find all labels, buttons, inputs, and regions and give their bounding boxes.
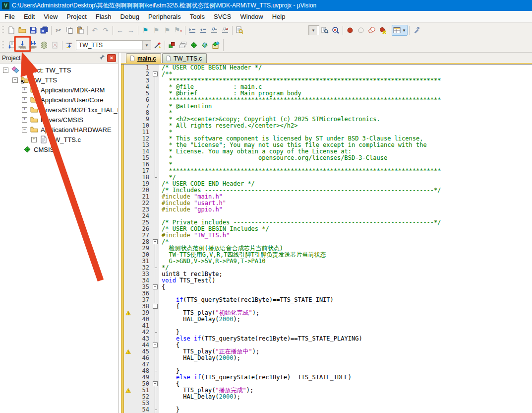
code-line[interactable]: 35−{ <box>124 284 532 290</box>
tree-item-application-mdk-arm[interactable]: +Application/MDK-ARM <box>0 85 118 95</box>
indent-icon[interactable] <box>187 25 198 36</box>
toolbar-drag-handle[interactable] <box>1 26 4 35</box>
menu-item-file[interactable]: File <box>0 11 19 22</box>
menu-item-help[interactable]: Help <box>268 11 290 22</box>
code-line[interactable]: 53 <box>124 400 532 407</box>
window-layout-button[interactable]: ▼ <box>392 25 408 36</box>
stacked-windows-icon[interactable] <box>177 40 188 51</box>
menu-item-tools[interactable]: Tools <box>185 11 209 22</box>
bookmark-next-icon[interactable]: ⚑ <box>162 25 173 36</box>
collapse-icon[interactable]: − <box>22 127 27 133</box>
pin-icon[interactable] <box>99 54 105 62</box>
tree-item-cmsis[interactable]: CMSIS <box>0 144 118 154</box>
redo-icon[interactable]: ↷ <box>100 25 111 36</box>
tree-item-application-hardware[interactable]: −Application/HARDWARE <box>0 125 118 135</box>
bookmark-clear-icon[interactable]: ⚑x <box>173 25 183 36</box>
breakpoint-disable-all-icon[interactable] <box>366 25 377 36</box>
fold-toggle-icon[interactable]: − <box>152 71 159 77</box>
code-line[interactable]: 46 HAL_Delay(2000); <box>124 355 532 361</box>
fold-toggle-icon[interactable]: − <box>152 381 159 387</box>
open-folder-icon[interactable] <box>17 25 28 36</box>
batch-build-icon[interactable] <box>39 40 50 51</box>
paste-icon[interactable] <box>75 25 86 36</box>
nav-back-icon[interactable]: ← <box>115 25 125 36</box>
nav-forward-icon[interactable]: → <box>125 25 136 36</box>
bookmark-icon[interactable]: ⚑ <box>140 25 151 36</box>
code-line[interactable]: 23#include "gpio.h" <box>124 206 532 213</box>
save-all-icon[interactable] <box>39 25 50 36</box>
incremental-find-icon[interactable]: d <box>330 25 341 36</box>
fold-toggle-icon[interactable]: − <box>152 342 159 348</box>
tree-item-drivers-stm32f1xx-hal-driv[interactable]: +Drivers/STM32F1xx_HAL_Driv <box>0 105 118 115</box>
rte-diamond-icon[interactable] <box>188 40 199 51</box>
cut-icon[interactable]: ✂ <box>53 25 64 36</box>
close-panel-button[interactable]: ✕ <box>107 54 116 62</box>
collapse-icon[interactable]: − <box>12 77 18 83</box>
breakpoint-kill-all-icon[interactable] <box>377 25 388 36</box>
tree-item-tw-tts-c[interactable]: +TW_TTS.c <box>0 135 118 144</box>
fold-toggle-icon[interactable]: − <box>152 239 159 245</box>
copy-icon[interactable] <box>64 25 75 36</box>
menu-item-debug[interactable]: Debug <box>116 11 144 22</box>
chevron-down-icon[interactable]: ▼ <box>142 41 151 50</box>
expand-icon[interactable]: + <box>22 117 27 123</box>
code-line[interactable]: 17 *************************************… <box>124 168 532 174</box>
code-line[interactable]: 54 } <box>124 407 532 413</box>
translate-icon[interactable] <box>6 40 17 51</box>
tree-item-tw-tts[interactable]: −TW_TTS <box>0 75 118 85</box>
expand-icon[interactable]: + <box>22 107 27 113</box>
menu-item-project[interactable]: Project <box>62 11 91 22</box>
stop-build-icon[interactable] <box>50 40 60 51</box>
breakpoint-enable-icon[interactable] <box>355 25 366 36</box>
collapse-icon[interactable]: − <box>3 68 8 73</box>
uncomment-icon[interactable] <box>220 25 231 36</box>
code-line[interactable]: 41 <box>124 323 532 329</box>
new-file-icon[interactable] <box>6 25 17 36</box>
tree-item-project-tw-tts[interactable]: −Project: TW_TTS <box>0 65 118 75</box>
find-icon[interactable] <box>319 25 330 36</box>
menu-item-peripherals[interactable]: Peripherals <box>144 11 185 22</box>
code-line[interactable]: 43 else if(TTS_queryState(rec1Byte)==TTS… <box>124 336 532 342</box>
rebuild-icon[interactable] <box>28 40 39 51</box>
menu-item-flash[interactable]: Flash <box>91 11 116 22</box>
expand-icon[interactable]: + <box>22 97 27 103</box>
load-icon[interactable]: LOAD <box>64 40 75 51</box>
options-wand-icon[interactable] <box>152 40 163 51</box>
toolbar-drag-handle[interactable] <box>1 41 4 50</box>
code-line[interactable]: 37 if(TTS_queryState(rec1Byte)==TTS_STAT… <box>124 297 532 303</box>
build-icon[interactable] <box>17 40 28 51</box>
expand-icon[interactable]: + <box>31 137 37 142</box>
find-in-files-icon[interactable] <box>234 25 245 36</box>
tab-main-c[interactable]: main.c <box>126 53 161 63</box>
code-line[interactable]: 27#include "TW_TTS.h" <box>124 232 532 239</box>
fold-toggle-icon[interactable]: − <box>152 303 159 310</box>
code-line[interactable]: 10 * All rights reserved.</center></h2> <box>124 123 532 129</box>
outdent-icon[interactable] <box>198 25 209 36</box>
menu-item-edit[interactable]: Edit <box>19 11 39 22</box>
tab-tw-tts-c[interactable]: TW_TTS.c <box>162 53 207 63</box>
expand-icon[interactable]: + <box>22 87 27 93</box>
components-icon[interactable] <box>167 40 177 51</box>
target-selector-combo[interactable]: TW_TTS▼ <box>76 40 151 50</box>
code-line[interactable]: 47 <box>124 361 532 368</box>
tree-item-application-user-core[interactable]: +Application/User/Core <box>0 95 118 105</box>
save-icon[interactable] <box>28 25 39 36</box>
tree-item-drivers-cmsis[interactable]: +Drivers/CMSIS <box>0 115 118 125</box>
code-line[interactable]: 49 else if(TTS_queryState(rec1Byte)==TTS… <box>124 374 532 381</box>
filter-diamond-icon[interactable] <box>199 40 210 51</box>
search-combo[interactable]: ▼ <box>308 25 319 35</box>
code-line[interactable]: 31 G->GND,V->5V,R->PA9,T->PA10 <box>124 258 532 265</box>
comment-icon[interactable] <box>209 25 220 36</box>
code-line[interactable]: 52 HAL_Delay(2000); <box>124 394 532 400</box>
fold-toggle-icon[interactable]: − <box>152 284 159 290</box>
menu-item-view[interactable]: View <box>39 11 62 22</box>
menu-item-svcs[interactable]: SVCS <box>209 11 236 22</box>
undo-icon[interactable]: ↶ <box>89 25 100 36</box>
breakpoint-icon[interactable] <box>345 25 355 36</box>
menu-item-window[interactable]: Window <box>236 11 267 22</box>
chevron-down-icon[interactable]: ▼ <box>309 26 317 35</box>
configure-wrench-icon[interactable] <box>411 25 422 36</box>
code-line[interactable]: 7 * @attention <box>124 103 532 110</box>
code-line[interactable]: 15 * opensource.org/licenses/BSD-3-Claus… <box>124 155 532 161</box>
pack-installer-icon[interactable] <box>210 40 221 51</box>
